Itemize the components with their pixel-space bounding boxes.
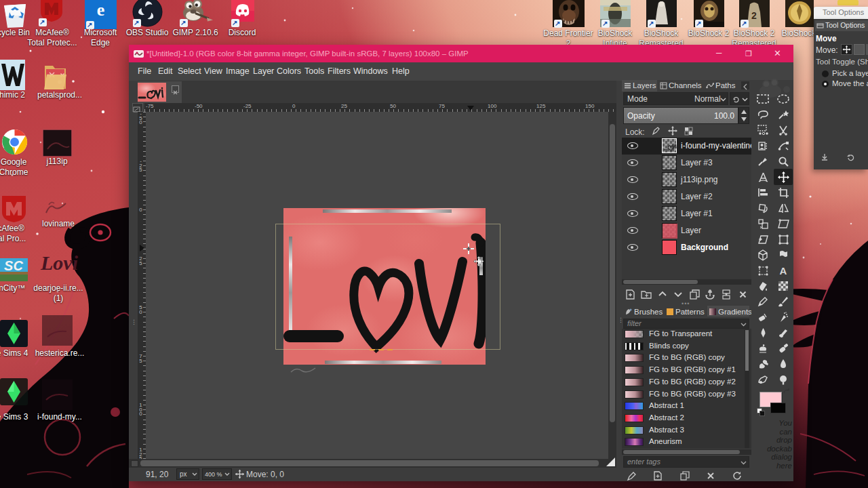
- svg-text:2: 2: [751, 10, 757, 21]
- svg-text:Lovi: Lovi: [40, 251, 79, 274]
- svg-text:SC: SC: [4, 258, 23, 273]
